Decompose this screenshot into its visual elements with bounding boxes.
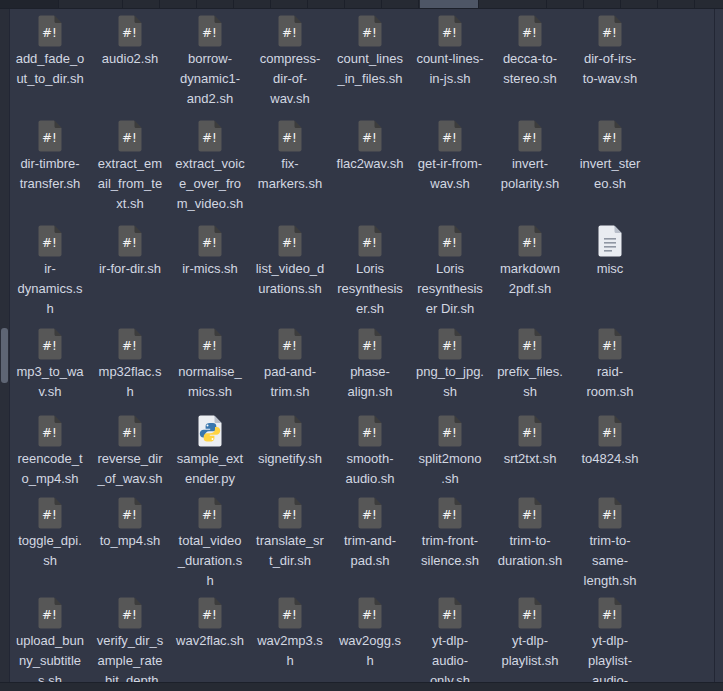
file-item[interactable]: #!signetify.sh [250, 415, 330, 497]
file-item[interactable]: #!count-lines- in-js.sh [410, 15, 490, 120]
file-item[interactable]: #!phase- align.sh [330, 328, 410, 415]
shell-script-icon: #! [194, 15, 226, 47]
file-item[interactable]: #!trim-front- silence.sh [410, 497, 490, 597]
file-item[interactable]: #!wav2flac.sh [170, 597, 250, 682]
file-name-label: upload_bun ny_subtitle s.sh [16, 631, 84, 682]
file-name-label: invert- polarity.sh [501, 154, 559, 194]
file-item[interactable]: #!extract_em ail_from_te xt.sh [90, 120, 170, 225]
file-item[interactable]: #!raid- room.sh [570, 328, 650, 415]
file-item[interactable]: #!wav2ogg.s h [330, 597, 410, 682]
file-name-label: normalise_ mics.sh [178, 362, 242, 402]
svg-text:#!: #! [122, 608, 137, 622]
file-item[interactable]: #!mp32flac.s h [90, 328, 170, 415]
svg-text:#!: #! [282, 339, 297, 353]
svg-text:#!: #! [42, 608, 57, 622]
file-item[interactable]: #!ir-for-dir.sh [90, 225, 170, 328]
file-name-label: smooth- audio.sh [345, 449, 394, 489]
shell-script-icon: #! [514, 328, 546, 360]
file-item[interactable]: #!flac2wav.sh [330, 120, 410, 225]
file-name-label: pad-and- trim.sh [264, 362, 316, 402]
file-item[interactable]: #!audio2.sh [90, 15, 170, 120]
file-item[interactable]: #!png_to_jpg. sh [410, 328, 490, 415]
file-item[interactable]: #!list_video_d urations.sh [250, 225, 330, 328]
file-item[interactable]: #!add_fade_o ut_to_dir.sh [10, 15, 90, 120]
shell-script-icon: #! [34, 415, 66, 447]
file-item[interactable]: #!extract_voic e_over_fro m_video.sh [170, 120, 250, 225]
file-item[interactable]: #!verify_dir_s ample_rate _bit_depth. [90, 597, 170, 682]
toolbar-segment-separator [381, 0, 382, 8]
file-item[interactable]: #!invert- polarity.sh [490, 120, 570, 225]
svg-text:#!: #! [602, 131, 617, 145]
file-item[interactable]: #!count_lines _in_files.sh [330, 15, 410, 120]
shell-script-icon: #! [594, 597, 626, 629]
file-item[interactable]: #!Loris resynthesis er Dir.sh [410, 225, 490, 328]
svg-text:#!: #! [122, 508, 137, 522]
file-item[interactable]: misc [570, 225, 650, 328]
file-item[interactable]: #!decca-to- stereo.sh [490, 15, 570, 120]
file-name-label: raid- room.sh [587, 362, 634, 402]
file-item[interactable]: #!ir- dynamics.s h [10, 225, 90, 328]
file-item[interactable]: #!ir-mics.sh [170, 225, 250, 328]
file-name-label: extract_em ail_from_te xt.sh [98, 154, 162, 214]
svg-text:#!: #! [122, 339, 137, 353]
file-item[interactable]: #!get-ir-from- wav.sh [410, 120, 490, 225]
file-item[interactable]: #!invert_ster eo.sh [570, 120, 650, 225]
file-name-label: get-ir-from- wav.sh [418, 154, 482, 194]
file-item[interactable]: #!normalise_ mics.sh [170, 328, 250, 415]
file-item[interactable]: #!upload_bun ny_subtitle s.sh [10, 597, 90, 682]
svg-text:#!: #! [202, 131, 217, 145]
file-item[interactable]: #!yt-dlp- playlist.sh [490, 597, 570, 682]
file-item[interactable]: #!translate_sr t_dir.sh [250, 497, 330, 597]
file-item[interactable]: #!smooth- audio.sh [330, 415, 410, 497]
file-name-label: fix- markers.sh [258, 154, 322, 194]
file-name-label: reencode_t o_mp4.sh [17, 449, 82, 489]
file-item[interactable]: #!dir-of-irs- to-wav.sh [570, 15, 650, 120]
svg-text:#!: #! [42, 236, 57, 250]
file-item[interactable]: #!srt2txt.sh [490, 415, 570, 497]
vertical-scrollbar[interactable] [0, 9, 10, 682]
file-item[interactable]: #!trim-to- duration.sh [490, 497, 570, 597]
file-item[interactable]: #!reverse_dir _of_wav.sh [90, 415, 170, 497]
toolbar-segment-separator [583, 0, 584, 8]
file-name-label: flac2wav.sh [337, 154, 404, 174]
file-item[interactable]: #!prefix_files. sh [490, 328, 570, 415]
file-item[interactable]: #!mp3_to_wa v.sh [10, 328, 90, 415]
file-item[interactable]: #!wav2mp3.s h [250, 597, 330, 682]
file-item[interactable]: #!to_mp4.sh [90, 497, 170, 597]
shell-script-icon: #! [274, 497, 306, 529]
file-item[interactable]: #!yt-dlp- playlist- audio- [570, 597, 650, 682]
file-item[interactable]: #!total_video _duration.s h [170, 497, 250, 597]
scrollbar-thumb[interactable] [1, 328, 8, 383]
toolbar-segment-separator [478, 0, 479, 8]
file-name-label: mp3_to_wa v.sh [16, 362, 83, 402]
shell-script-icon: #! [274, 225, 306, 257]
svg-text:#!: #! [282, 131, 297, 145]
file-item[interactable]: #!Loris resynthesis er.sh [330, 225, 410, 328]
file-name-label: ir-for-dir.sh [99, 259, 161, 279]
svg-text:#!: #! [122, 131, 137, 145]
svg-text:#!: #! [602, 339, 617, 353]
file-item[interactable]: #!yt-dlp- audio- only.sh [410, 597, 490, 682]
file-item[interactable]: #!toggle_dpi. sh [10, 497, 90, 597]
file-item[interactable]: #!reencode_t o_mp4.sh [10, 415, 90, 497]
svg-text:#!: #! [522, 339, 537, 353]
svg-text:#!: #! [522, 236, 537, 250]
pathbar-active-segment-edge[interactable] [420, 0, 478, 8]
file-item[interactable]: #!trim-and- pad.sh [330, 497, 410, 597]
shell-script-icon: #! [114, 597, 146, 629]
file-item[interactable]: #!borrow- dynamic1- and2.sh [170, 15, 250, 120]
file-name-label: total_video _duration.s h [178, 531, 242, 591]
toolbar-segment-separator [196, 0, 197, 8]
file-item[interactable]: #!compress- dir-of- wav.sh [250, 15, 330, 120]
file-item[interactable]: #!split2mono .sh [410, 415, 490, 497]
file-item[interactable]: #!fix- markers.sh [250, 120, 330, 225]
file-item[interactable]: sample_ext ender.py [170, 415, 250, 497]
file-item[interactable]: #!to4824.sh [570, 415, 650, 497]
file-item[interactable]: #!pad-and- trim.sh [250, 328, 330, 415]
file-name-label: reverse_dir _of_wav.sh [97, 449, 162, 489]
text-document-icon [594, 225, 626, 257]
shell-script-icon: #! [114, 497, 146, 529]
file-item[interactable]: #!dir-timbre- transfer.sh [10, 120, 90, 225]
file-item[interactable]: #!markdown 2pdf.sh [490, 225, 570, 328]
file-item[interactable]: #!trim-to- same- length.sh [570, 497, 650, 597]
